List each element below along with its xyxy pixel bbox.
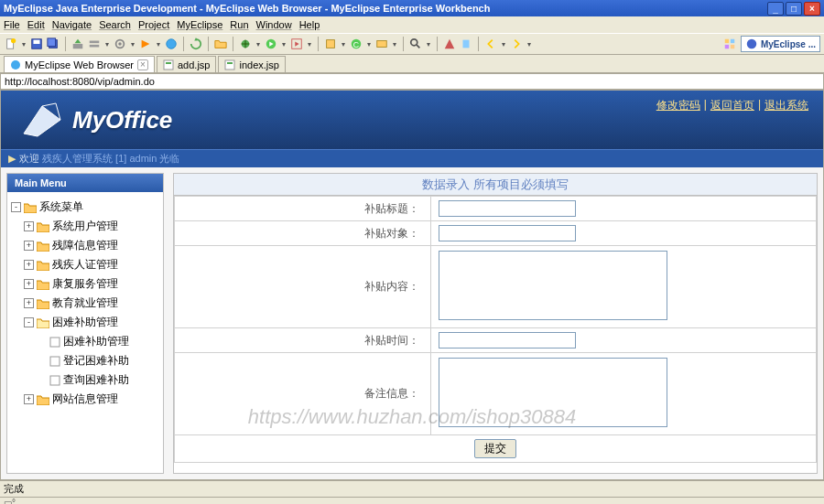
tab-indexjsp[interactable]: index.jsp: [218, 56, 285, 72]
menu-myeclipse[interactable]: MyEclipse: [177, 19, 222, 30]
svg-rect-7: [90, 41, 100, 44]
external-icon[interactable]: [289, 37, 304, 51]
search2-dropdown[interactable]: ▾: [425, 37, 432, 51]
textarea-remark[interactable]: [439, 358, 667, 427]
tree-item-site[interactable]: +网站信息管理: [11, 390, 159, 409]
toggle-icon[interactable]: -: [11, 202, 21, 212]
tree-item-cert[interactable]: +残疾人证管理: [11, 255, 159, 274]
back-icon[interactable]: [483, 37, 498, 51]
svg-rect-27: [164, 60, 173, 70]
browser-addressbar[interactable]: http://localhost:8080/vip/admin.do: [0, 73, 824, 90]
tree-item-disability-info[interactable]: +残障信息管理: [11, 236, 159, 255]
browser-icon[interactable]: [164, 37, 179, 51]
fwd-dropdown[interactable]: ▾: [526, 37, 533, 51]
config-icon[interactable]: [113, 37, 127, 51]
toggle-icon[interactable]: +: [24, 241, 34, 251]
toggle-icon[interactable]: -: [24, 317, 34, 327]
svg-rect-3: [34, 40, 40, 44]
folder-icon: [37, 298, 49, 309]
tab-addjsp[interactable]: add.jsp: [157, 56, 216, 72]
pkg-icon[interactable]: [323, 37, 338, 51]
tree-subitem-subsidy-mgmt[interactable]: 困难补助管理: [11, 332, 159, 351]
console-icon[interactable]: ▭°: [4, 498, 16, 504]
svg-point-19: [411, 39, 417, 46]
menu-file[interactable]: File: [4, 19, 20, 30]
globe-icon: [10, 59, 21, 70]
search2-icon[interactable]: [408, 37, 423, 51]
run-dropdown[interactable]: ▾: [280, 37, 287, 51]
menu-edit[interactable]: Edit: [27, 19, 45, 30]
tree-item-edu[interactable]: +教育就业管理: [11, 294, 159, 313]
external-dropdown[interactable]: ▾: [306, 37, 313, 51]
page-icon: [49, 356, 60, 367]
server-dropdown[interactable]: ▾: [103, 37, 111, 51]
config-dropdown[interactable]: ▾: [129, 37, 136, 51]
menu-project[interactable]: Project: [138, 19, 169, 30]
class-icon[interactable]: C: [349, 37, 363, 51]
debug-dropdown[interactable]: ▾: [255, 37, 262, 51]
tab-browser[interactable]: MyEclipse Web Browser ×: [4, 56, 155, 72]
launch-icon[interactable]: [138, 37, 153, 51]
folder-icon: [37, 221, 49, 232]
window-minimize-button[interactable]: _: [767, 2, 784, 16]
bookmark-icon[interactable]: [459, 37, 473, 51]
tree-item-rehab[interactable]: +康复服务管理: [11, 274, 159, 294]
toggle-icon[interactable]: +: [24, 221, 34, 231]
fwd-icon[interactable]: [509, 37, 524, 51]
input-subsidy-target[interactable]: [439, 225, 576, 241]
perspective-icon[interactable]: [722, 37, 737, 51]
tab-close-icon[interactable]: ×: [137, 59, 148, 70]
svg-rect-18: [377, 41, 387, 48]
run-icon[interactable]: [264, 37, 278, 51]
deploy-icon[interactable]: [70, 37, 85, 51]
browser-viewport: MyOffice 修改密码 | 返回首页 | 退出系统 ▶ 欢迎 残疾人管理系统…: [0, 90, 824, 480]
link-home[interactable]: 返回首页: [710, 98, 754, 113]
menu-search[interactable]: Search: [99, 19, 131, 30]
saveall-icon[interactable]: [46, 37, 60, 51]
tree-subitem-register[interactable]: 登记困难补助: [11, 351, 159, 370]
folder-icon: [24, 202, 37, 213]
link-change-password[interactable]: 修改密码: [656, 98, 700, 113]
window-close-button[interactable]: ×: [804, 2, 820, 16]
svg-rect-23: [725, 45, 729, 48]
input-subsidy-title[interactable]: [439, 200, 576, 217]
tree-subitem-query[interactable]: 查询困难补助: [11, 370, 159, 390]
toggle-icon[interactable]: +: [24, 279, 34, 289]
submit-button[interactable]: 提交: [474, 439, 516, 458]
svg-rect-30: [227, 62, 233, 64]
svg-rect-32: [50, 357, 60, 366]
save-icon[interactable]: [29, 37, 44, 51]
toggle-icon[interactable]: +: [24, 260, 34, 270]
type-dropdown[interactable]: ▾: [391, 37, 398, 51]
tree-root[interactable]: - 系统菜单: [11, 198, 159, 217]
tree-item-users[interactable]: +系统用户管理: [11, 217, 159, 236]
svg-point-11: [167, 39, 177, 49]
class-dropdown[interactable]: ▾: [365, 37, 373, 51]
ant-icon[interactable]: [442, 37, 457, 51]
svg-point-25: [747, 39, 757, 49]
server-icon[interactable]: [87, 37, 102, 51]
menu-run[interactable]: Run: [230, 19, 248, 30]
textarea-subsidy-content[interactable]: [439, 251, 667, 320]
menu-help[interactable]: Help: [299, 19, 320, 30]
new-dropdown[interactable]: ▾: [20, 37, 27, 51]
menubar: File Edit Navigate Search Project MyEcli…: [0, 16, 824, 33]
new-icon[interactable]: [4, 37, 18, 51]
input-subsidy-time[interactable]: [439, 332, 576, 349]
launch-dropdown[interactable]: ▾: [155, 37, 162, 51]
link-logout[interactable]: 退出系统: [764, 98, 808, 113]
pkg-dropdown[interactable]: ▾: [340, 37, 347, 51]
debug-icon[interactable]: [238, 37, 253, 51]
menu-navigate[interactable]: Navigate: [52, 19, 92, 30]
window-maximize-button[interactable]: □: [786, 2, 802, 16]
svg-rect-22: [731, 39, 734, 43]
update-icon[interactable]: [189, 37, 203, 51]
folder-icon[interactable]: [213, 37, 228, 51]
tree-item-subsidy[interactable]: -困难补助管理: [11, 313, 159, 332]
type-icon[interactable]: [374, 37, 389, 51]
perspective-switcher[interactable]: MyEclipse ...: [741, 36, 820, 52]
menu-window[interactable]: Window: [256, 19, 292, 30]
toggle-icon[interactable]: +: [24, 394, 34, 404]
back-dropdown[interactable]: ▾: [500, 37, 507, 51]
toggle-icon[interactable]: +: [24, 298, 34, 308]
